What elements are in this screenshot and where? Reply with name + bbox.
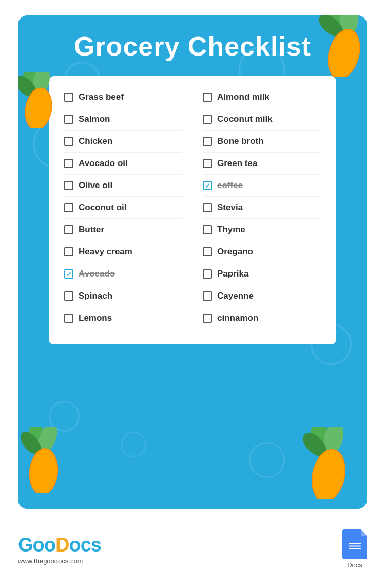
item-label: Cayenne	[217, 291, 254, 301]
list-item[interactable]: Paprika	[203, 263, 321, 285]
item-label: cinnamon	[217, 313, 258, 323]
checkbox[interactable]	[203, 225, 212, 234]
docs-line-1	[349, 543, 361, 544]
list-item[interactable]: Grass beef	[64, 86, 182, 108]
list-item[interactable]: Butter	[64, 219, 182, 241]
checkbox[interactable]	[64, 225, 73, 234]
list-item[interactable]: Cayenne	[203, 285, 321, 307]
list-item[interactable]: Spinach	[64, 285, 182, 307]
item-label: coffee	[217, 180, 243, 191]
carrot-top-left	[18, 72, 62, 128]
item-label: Oregano	[217, 247, 253, 257]
checkbox[interactable]	[203, 93, 212, 102]
checkbox[interactable]	[203, 159, 212, 168]
docs-line-2	[349, 546, 361, 547]
list-item[interactable]: Olive oil	[64, 175, 182, 197]
logo-url: www.thegoodocs.com	[18, 557, 101, 565]
checkbox[interactable]	[203, 203, 212, 212]
circle-decor-7	[121, 432, 146, 457]
carrot-bottom-right	[295, 427, 357, 499]
left-column: Grass beefSalmonChickenAvocado oilOlive …	[64, 86, 192, 329]
item-label: Bone broth	[217, 136, 264, 146]
checkbox[interactable]	[64, 314, 73, 323]
checklist-container: Grass beefSalmonChickenAvocado oilOlive …	[49, 76, 336, 344]
checkbox[interactable]	[64, 269, 73, 279]
item-label: Thyme	[217, 225, 245, 235]
item-label: Green tea	[217, 158, 257, 169]
main-card: Grocery Checklist Grass beefSalmonChicke…	[18, 15, 367, 509]
list-item[interactable]: Green tea	[203, 153, 321, 175]
list-item[interactable]: Coconut oil	[64, 197, 182, 219]
logo-section: GooDocs www.thegoodocs.com	[18, 534, 101, 565]
docs-line-3	[349, 548, 361, 549]
list-item[interactable]: Bone broth	[203, 131, 321, 153]
checkbox[interactable]	[203, 137, 212, 146]
logo-accent: D	[55, 534, 69, 556]
footer: GooDocs www.thegoodocs.com Docs	[0, 519, 385, 579]
item-label: Chicken	[79, 136, 112, 146]
checkbox[interactable]	[203, 247, 212, 256]
item-label: Avocado	[79, 269, 115, 279]
checkbox[interactable]	[203, 181, 212, 190]
item-label: Lemons	[79, 313, 112, 323]
item-label: Coconut milk	[217, 114, 273, 124]
list-item[interactable]: Coconut milk	[203, 108, 321, 131]
list-item[interactable]: Thyme	[203, 219, 321, 241]
list-item[interactable]: Avocado	[64, 263, 182, 285]
checkbox[interactable]	[64, 159, 73, 168]
svg-point-19	[308, 447, 349, 499]
checkbox[interactable]	[203, 314, 212, 323]
list-item[interactable]: Oregano	[203, 241, 321, 263]
circle-decor-6	[249, 442, 285, 478]
list-item[interactable]: Lemons	[64, 307, 182, 329]
docs-icon-img	[342, 529, 367, 559]
checkbox[interactable]	[64, 203, 73, 212]
checkbox[interactable]	[203, 291, 212, 301]
checkbox[interactable]	[64, 181, 73, 190]
right-column: Almond milkCoconut milkBone brothGreen t…	[192, 86, 321, 329]
item-label: Olive oil	[79, 180, 112, 191]
page-wrapper: Grocery Checklist Grass beefSalmonChicke…	[0, 0, 385, 588]
list-item[interactable]: Heavy cream	[64, 241, 182, 263]
list-item[interactable]: Stevia	[203, 197, 321, 219]
docs-label: Docs	[347, 561, 362, 569]
page-title: Grocery Checklist	[33, 31, 352, 62]
item-label: Grass beef	[79, 92, 124, 102]
carrot-top-right	[311, 15, 367, 77]
list-item[interactable]: Avocado oil	[64, 153, 182, 175]
checkbox[interactable]	[64, 137, 73, 146]
item-label: Heavy cream	[79, 247, 132, 257]
list-item[interactable]: Salmon	[64, 108, 182, 131]
checkbox[interactable]	[203, 115, 212, 124]
list-item[interactable]: Almond milk	[203, 86, 321, 108]
checkbox[interactable]	[64, 247, 73, 256]
item-label: Almond milk	[217, 92, 270, 102]
item-label: Paprika	[217, 269, 248, 279]
checklist-grid: Grass beefSalmonChickenAvocado oilOlive …	[64, 86, 321, 329]
checkbox[interactable]	[64, 291, 73, 301]
checkbox[interactable]	[64, 93, 73, 102]
checkbox[interactable]	[203, 269, 212, 279]
list-item[interactable]: coffee	[203, 175, 321, 197]
item-label: Salmon	[79, 114, 110, 124]
item-label: Stevia	[217, 203, 243, 213]
checkbox[interactable]	[64, 115, 73, 124]
list-item[interactable]: cinnamon	[203, 307, 321, 329]
docs-icon: Docs	[342, 529, 367, 569]
item-label: Spinach	[79, 291, 112, 301]
docs-lines	[349, 543, 361, 549]
item-label: Avocado oil	[79, 158, 128, 169]
item-label: Butter	[79, 225, 104, 235]
logo-text: GooDocs	[18, 534, 101, 556]
item-label: Coconut oil	[79, 203, 126, 213]
list-item[interactable]: Chicken	[64, 131, 182, 153]
carrot-bottom-left	[18, 427, 69, 493]
